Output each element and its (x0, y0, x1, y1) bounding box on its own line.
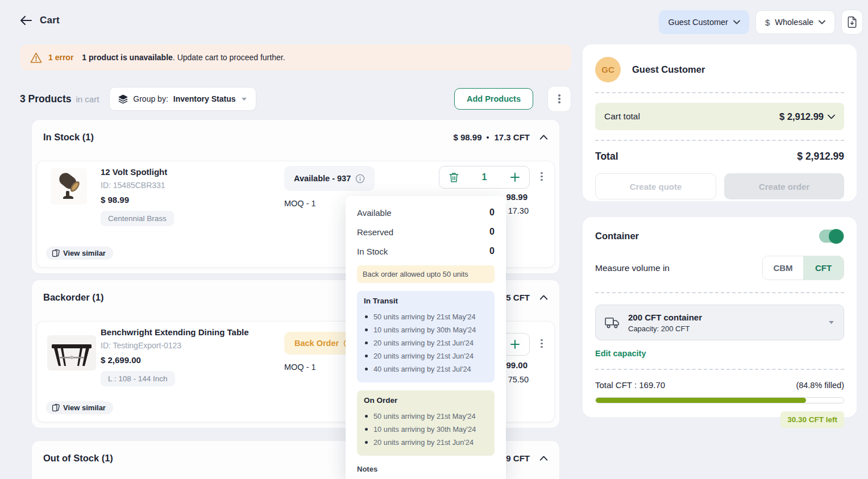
arrival-item: 10 units arriving by 30th May'24 (364, 323, 488, 336)
cart-toolbar: 3 Products in cart Group by: Inventory S… (20, 86, 571, 111)
row-options-button[interactable] (541, 170, 543, 182)
truck-icon (605, 316, 620, 329)
container-name: 200 CFT container (628, 313, 828, 322)
arrival-item: 50 units arriving by 21st May'24 (364, 410, 488, 423)
in-transit-title: In Transit (364, 297, 488, 305)
availability-badge: Available - 937 (284, 166, 375, 191)
container-progress-fill (596, 398, 806, 403)
capacity-progress-bar (595, 397, 844, 403)
in-transit-list: 50 units arriving by 21st May'2410 units… (364, 310, 488, 376)
warning-icon (30, 52, 42, 63)
divider (595, 369, 844, 370)
increase-quantity-button[interactable] (501, 173, 529, 182)
plus-icon (510, 340, 520, 349)
export-document-button[interactable] (841, 10, 863, 35)
collapse-chevron-icon[interactable] (539, 295, 548, 300)
chevron-down-icon (819, 20, 825, 24)
notes-title: Notes (357, 465, 495, 473)
cards-icon (52, 403, 60, 412)
error-banner: 1 error 1 product is unavailable. Update… (20, 44, 571, 70)
group-by-dropdown[interactable]: Group by: Inventory Status (109, 87, 256, 111)
total-value: $ 2,912.99 (797, 151, 844, 163)
layers-icon (118, 94, 128, 104)
add-products-button[interactable]: Add Products (454, 88, 533, 110)
unit-option-cft[interactable]: CFT (803, 256, 844, 280)
cart-total-row[interactable]: Cart total $ 2,912.99 (595, 103, 844, 130)
create-quote-button[interactable]: Create quote (595, 173, 716, 199)
popover-stat-row: In Stock 0 (357, 241, 495, 261)
view-similar-button[interactable]: View similar (46, 247, 113, 260)
product-price: $ 98.99 (101, 195, 174, 205)
product-image[interactable] (47, 335, 96, 370)
cart-options-button[interactable] (547, 86, 571, 112)
filled-percent: (84.8% filled) (796, 381, 844, 390)
edit-capacity-link[interactable]: Edit capacity (595, 349, 646, 358)
arrival-item: 10 units arriving by 30th May'24 (364, 423, 488, 436)
section-title: In Stock (1) (43, 132, 94, 143)
collapse-chevron-icon[interactable] (539, 456, 548, 461)
arrival-item: 50 units arriving by 21st May'24 (364, 310, 488, 323)
caret-down-icon (241, 97, 247, 101)
divider (595, 140, 844, 141)
file-download-icon (847, 16, 857, 28)
product-image[interactable] (51, 168, 87, 205)
total-label: Total (595, 151, 618, 163)
inventory-details-popover: Available 0 Reserved 0 In Stock 0 Back o… (346, 196, 506, 479)
collapse-chevron-icon[interactable] (539, 135, 548, 140)
on-order-list: 50 units arriving by 21st May'2410 units… (364, 410, 488, 449)
product-count-suffix: in cart (76, 94, 99, 104)
plus-icon (510, 173, 520, 182)
section-summary: $ 98.99 17.3 CFT (453, 132, 548, 142)
arrival-item: 40 units arriving by 21st Jul'24 (364, 363, 488, 376)
customer-selector[interactable]: Guest Customer (659, 10, 749, 34)
product-name[interactable]: 12 Volt Spotlight (101, 167, 174, 177)
popover-stat-row: Available 0 (357, 203, 495, 222)
arrival-item: 20 units arriving by 21st Jun'24 (364, 349, 488, 363)
product-price: $ 2,699.00 (101, 355, 249, 365)
remaining-capacity-badge: 30.30 CFT left (780, 411, 844, 428)
error-count: 1 error (48, 53, 73, 62)
view-similar-button[interactable]: View similar (46, 401, 113, 414)
moq-label: MOQ - 1 (284, 199, 316, 208)
line-price: 98.99 (506, 192, 528, 202)
in-transit-block: In Transit 50 units arriving by 21st May… (357, 291, 495, 382)
arrival-item: 20 units arriving by 21st Jun'24 (364, 436, 488, 449)
chevron-down-icon (733, 20, 740, 24)
price-list-selector[interactable]: $ Wholesale (755, 10, 835, 34)
top-header: Cart Guest Customer $ Wholesale (0, 0, 868, 40)
cart-total-value: $ 2,912.99 (779, 111, 824, 122)
customer-name: Guest Customer (632, 64, 705, 75)
variant-tag: L : 108 - 144 Inch (101, 371, 175, 386)
dot-separator (487, 136, 489, 139)
divider (595, 292, 844, 293)
container-card: Container Measure volume in CBM CFT 200 … (583, 217, 857, 417)
moq-label: MOQ - 1 (284, 363, 316, 372)
dollar-icon: $ (765, 18, 770, 27)
product-count: 3 Products (20, 93, 71, 105)
product-name[interactable]: Benchwright Extending Dining Table (101, 327, 249, 337)
info-icon[interactable] (355, 174, 365, 184)
backorder-allowance-note: Back order allowed upto 50 units (357, 265, 495, 283)
unit-option-cbm[interactable]: CBM (763, 256, 803, 280)
popover-stat-row: Reserved 0 (357, 222, 495, 241)
create-order-button[interactable]: Create order (724, 173, 844, 199)
chevron-down-icon (828, 114, 835, 119)
divider (595, 92, 844, 93)
container-select[interactable]: 200 CFT container Capacity: 200 CFT (595, 305, 844, 340)
toggle-knob (829, 229, 844, 244)
back-arrow-icon[interactable] (20, 16, 32, 25)
cards-icon (52, 249, 60, 257)
caret-down-icon (828, 320, 834, 324)
on-order-block: On Order 50 units arriving by 21st May'2… (357, 390, 495, 456)
variant-tag: Centennial Brass (101, 211, 174, 226)
product-id: ID: 15485CBR331 (101, 181, 174, 190)
row-options-button[interactable] (541, 338, 543, 349)
order-summary-card: GC Guest Customer Cart total $ 2,912.99 … (583, 44, 857, 201)
error-message: 1 product is unavailable. Update cart to… (82, 53, 285, 62)
quantity-stepper: 1 (439, 166, 530, 189)
remove-item-button[interactable] (439, 172, 468, 182)
container-toggle[interactable] (819, 230, 844, 243)
quantity-value[interactable]: 1 (468, 172, 501, 182)
arrival-item: 20 units arriving by 21st Jun'24 (364, 336, 488, 349)
container-title: Container (595, 231, 639, 241)
